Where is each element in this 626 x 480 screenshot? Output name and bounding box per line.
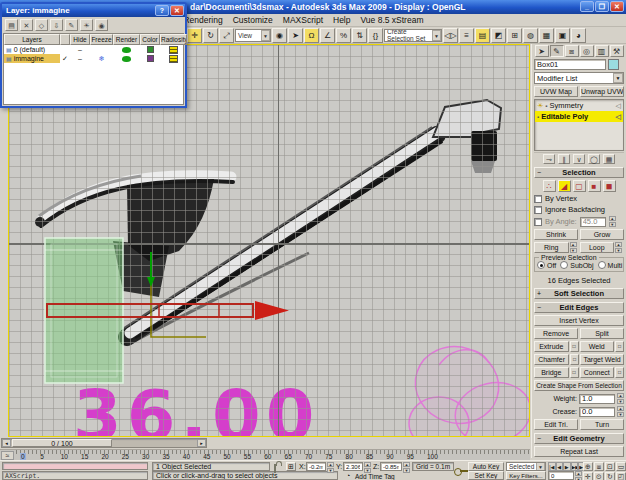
crease-spinner[interactable]: ▲▼ [617, 406, 624, 417]
select-and-move-icon[interactable]: ✛ [187, 28, 202, 43]
select-and-scale-icon[interactable]: ⤢ [219, 28, 234, 43]
select-and-rotate-icon[interactable]: ↻ [203, 28, 218, 43]
ring-spinner[interactable]: ▲▼ [570, 242, 577, 253]
highlight-layer-icon[interactable]: ☀ [80, 19, 93, 31]
vertex-subobject-icon[interactable]: ∴ [543, 180, 556, 192]
mirror-icon[interactable]: ◁▷ [443, 28, 458, 43]
time-slider-handle[interactable]: 0 / 100 [12, 439, 112, 447]
zoom-region-icon[interactable]: ▭ [616, 462, 626, 471]
freeze-toggle[interactable] [90, 45, 113, 54]
modifier-editable-poly[interactable]: ▪Editable Poly◁ [535, 111, 623, 122]
x-coordinate-field[interactable] [306, 462, 326, 471]
loop-spinner[interactable]: ▲▼ [615, 242, 622, 253]
material-editor-icon[interactable]: ◍ [523, 28, 538, 43]
object-name-field[interactable] [534, 59, 606, 70]
polygon-subobject-icon[interactable]: ■ [588, 180, 601, 192]
z-spinner[interactable]: ▲▼ [403, 462, 410, 471]
named-selection-combo[interactable]: Create Selection Set▼ [384, 29, 442, 42]
schematic-view-icon[interactable]: ⊞ [507, 28, 522, 43]
ring-button[interactable]: Ring [534, 242, 569, 253]
by-angle-spinner[interactable]: ▲▼ [609, 216, 616, 227]
close-button[interactable]: ✕ [610, 1, 624, 12]
extrude-button[interactable]: Extrude [534, 341, 569, 352]
modifier-toggle-icon[interactable]: ◁ [616, 102, 621, 110]
modifier-list-dropdown[interactable]: Modifier List ▼ [534, 72, 624, 84]
time-slider-next-arrow[interactable]: ▸ [197, 439, 206, 447]
layer-row-0-default[interactable]: ▤0 (default)– [4, 45, 183, 54]
layer-column-radiosity[interactable]: Radiosity [160, 34, 187, 45]
weld-settings-icon[interactable]: □ [615, 341, 624, 352]
track-bar-ruler[interactable]: 0510152025303540455055606570758085909510… [16, 450, 530, 460]
select-in-layer-icon[interactable]: ⇩ [50, 19, 63, 31]
reference-coordinate-dropdown[interactable]: View▼ [235, 29, 271, 42]
layer-column-layers[interactable]: Layers [4, 34, 60, 45]
angle-snap-icon[interactable]: ∠ [320, 28, 335, 43]
play-button[interactable]: ▶ [563, 462, 571, 471]
layer-column-current[interactable] [60, 34, 70, 45]
light-bulb-icon[interactable]: ☀ [537, 102, 543, 110]
layer-column-freeze[interactable]: Freeze [90, 34, 113, 45]
modifier-toggle-icon[interactable]: ◁ [616, 113, 621, 121]
render-setup-icon[interactable]: ▦ [539, 28, 554, 43]
go-to-start-button[interactable]: |◀ [548, 462, 556, 471]
restore-button[interactable]: ❐ [595, 1, 609, 12]
tab-create[interactable]: ➤ [535, 45, 549, 57]
remove-modifier-icon[interactable]: ◯ [588, 154, 600, 164]
x-spinner[interactable]: ▲▼ [327, 462, 334, 471]
current-layer-check[interactable]: ✓ [60, 54, 70, 63]
add-time-tag[interactable]: Add Time Tag [355, 473, 395, 480]
absolute-mode-icon[interactable]: ⊞ [286, 462, 296, 471]
layer-dialog-close-button[interactable]: ✕ [170, 5, 184, 16]
select-and-manipulate-icon[interactable]: ➤ [288, 28, 303, 43]
radiosity-toggle[interactable] [160, 54, 187, 63]
layer-column-hide[interactable]: Hide [70, 34, 90, 45]
split-button[interactable]: Split [580, 328, 624, 339]
preview-option-multi[interactable]: Multi [598, 261, 623, 269]
grow-button[interactable]: Grow [580, 229, 624, 240]
rendered-frame-icon[interactable]: ▣ [555, 28, 570, 43]
align-icon[interactable]: ≡ [459, 28, 474, 43]
layer-column-color[interactable]: Color [140, 34, 160, 45]
edit-tri-button[interactable]: Edit Tri. [534, 419, 578, 430]
layer-properties-icon[interactable]: ◉ [95, 19, 108, 31]
freeze-toggle[interactable]: ❄ [90, 54, 113, 63]
extrude-settings-icon[interactable]: □ [570, 341, 579, 352]
connect-settings-icon[interactable]: □ [615, 367, 624, 378]
current-layer-check[interactable] [60, 45, 70, 54]
hide-toggle[interactable]: – [70, 45, 90, 54]
weld-button[interactable]: Weld [580, 341, 615, 352]
frame-spinner[interactable]: ▲▼ [575, 471, 582, 480]
key-filters-button[interactable]: Key Filters... [506, 471, 546, 480]
insert-vertex-button[interactable]: Insert Vertex [534, 315, 624, 326]
selected-filter-dropdown[interactable]: Selected▼ [506, 462, 546, 471]
tab-hierarchy[interactable]: ⧈ [565, 45, 579, 57]
chevron-down-icon[interactable]: ▼ [613, 73, 623, 83]
pan-icon[interactable]: ✛ [583, 472, 593, 480]
edit-geometry-rollout-header[interactable]: −Edit Geometry [534, 433, 624, 444]
radio-icon[interactable] [560, 261, 568, 269]
modifier-symmetry[interactable]: ☀▪Symmetry◁ [535, 100, 623, 111]
bridge-settings-icon[interactable]: □ [570, 367, 579, 378]
menu-vue-8-5-xstream[interactable]: Vue 8.5 xStream [355, 14, 428, 26]
hide-toggle[interactable]: – [70, 54, 90, 63]
show-end-result-icon[interactable]: ∥ [558, 154, 570, 164]
uvw-map-button[interactable]: UVW Map [534, 86, 578, 97]
shrink-button[interactable]: Shrink [534, 229, 578, 240]
maxscript-mini-listener[interactable]: AXScript. [2, 471, 148, 480]
layer-dialog-help-button[interactable]: ? [155, 5, 169, 16]
tab-motion[interactable]: ◎ [580, 45, 594, 57]
tab-utilities[interactable]: ⚒ [610, 45, 624, 57]
edge-subobject-icon[interactable]: ◢ [558, 180, 571, 192]
track-bar[interactable]: ≈ 05101520253035404550556065707580859095… [0, 449, 530, 460]
y-coordinate-field[interactable] [343, 462, 363, 471]
menu-maxscript[interactable]: MAXScript [278, 14, 328, 26]
quick-render-icon[interactable]: ◕ [571, 28, 586, 43]
object-color-swatch[interactable] [608, 59, 619, 70]
chevron-down-icon[interactable]: ▼ [536, 462, 545, 471]
soft-selection-rollout-header[interactable]: +Soft Selection [534, 288, 624, 299]
bridge-button[interactable]: Bridge [534, 367, 569, 378]
layer-color-swatch[interactable] [140, 45, 160, 54]
ignore-backfacing-checkbox[interactable]: Ignore Backfacing [534, 205, 624, 214]
connect-button[interactable]: Connect [580, 367, 615, 378]
selection-rollout-header[interactable]: −Selection [534, 167, 624, 178]
